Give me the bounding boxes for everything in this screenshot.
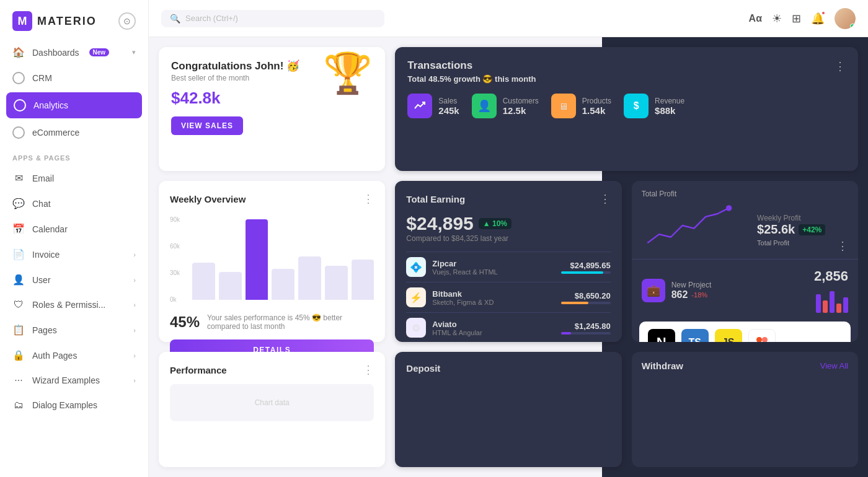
aviato-type: HTML & Angular [432, 329, 482, 336]
sidebar-item-email[interactable]: ✉ Email [0, 165, 148, 191]
sidebar-badge-new: New [89, 48, 110, 56]
zipcar-type: Vuejs, React & HTML [432, 268, 497, 276]
chart-y-60k: 60k [170, 243, 180, 250]
weekly-menu-icon[interactable]: ⋮ [363, 192, 374, 206]
earning-item-zipcar: 💠 Zipcar Vuejs, React & HTML $24,895.65 [406, 252, 610, 282]
metric-revenue: $ Revenue $88k [624, 94, 684, 118]
withdraw-view-all[interactable]: View All [820, 361, 848, 370]
lock-icon: 🔒 [12, 349, 25, 361]
np-bar-2 [823, 300, 828, 313]
profit-amount: $25.6k [757, 222, 795, 237]
transactions-title: Transactions [407, 59, 536, 72]
header-icons: Aα ☀ ⊞ 🔔 [749, 8, 856, 29]
shield-icon: 🛡 [12, 299, 25, 310]
sidebar-label-dashboards: Dashboards [32, 48, 79, 58]
typescript-logo: TS [681, 329, 709, 342]
sidebar-label-crm: CRM [32, 73, 52, 83]
metric-customers: 👤 Customers 12.5k [472, 94, 539, 118]
chart-y-30k: 30k [170, 269, 180, 276]
sidebar-item-analytics[interactable]: Analytics [6, 92, 142, 118]
products-icon: 🖥 [551, 94, 576, 118]
sidebar-item-user[interactable]: 👤 User › [0, 267, 148, 292]
view-sales-button[interactable]: VIEW SALES [171, 116, 243, 135]
new-project-bars [814, 288, 848, 313]
card-congratulations: Congratulations John! 🥳 Best seller of t… [159, 47, 385, 171]
transactions-more-icon[interactable]: ⋮ [835, 59, 846, 73]
weekly-title: Weekly Overview [170, 194, 246, 204]
transactions-period: this month [495, 74, 536, 84]
weekly-chart: 90k 60k 30k 0k [170, 213, 374, 306]
bitbank-name: Bitbank [432, 289, 494, 299]
new-project-label: New Project [671, 281, 808, 289]
sidebar-toggle-icon[interactable]: ⊙ [118, 12, 136, 30]
performance-menu-icon[interactable]: ⋮ [363, 363, 374, 377]
sales-icon [407, 94, 432, 118]
sidebar-label-calendar: Calendar [32, 224, 68, 234]
profit-more-icon[interactable]: ⋮ [837, 239, 848, 253]
weekly-header: Weekly Overview ⋮ [170, 192, 374, 206]
np-bar-1 [816, 294, 821, 313]
earning-menu-icon[interactable]: ⋮ [600, 192, 611, 206]
sidebar-item-auth[interactable]: 🔒 Auth Pages › [0, 343, 148, 368]
sidebar-item-chat[interactable]: 💬 Chat [0, 191, 148, 216]
bell-icon[interactable]: 🔔 [811, 12, 825, 25]
search-icon: 🔍 [170, 14, 180, 24]
grid-icon[interactable]: ⊞ [792, 12, 801, 25]
new-project-value-row: 862 -18% [671, 289, 808, 300]
circle-icon-crm [12, 72, 25, 84]
sidebar-label-roles: Roles & Permissi... [32, 300, 105, 310]
sidebar-item-dialog[interactable]: 🗂 Dialog Examples [0, 393, 148, 418]
earning-growth-badge: ▲ 10% [479, 218, 512, 229]
sidebar-item-wizard[interactable]: ··· Wizard Examples › [0, 368, 148, 393]
sidebar-item-calendar[interactable]: 📅 Calendar [0, 216, 148, 242]
profit-value: $25.6k +42% [757, 222, 848, 237]
aviato-amount: $1,245.80 [561, 322, 611, 331]
np-bar-4 [836, 304, 841, 313]
earning-item-aviato: ⚙ Aviato HTML & Angular $1,245.80 [406, 312, 610, 343]
card-transactions: Transactions Total 48.5% growth 😎 this m… [395, 47, 858, 171]
sidebar-item-dashboards[interactable]: 🏠 Dashboards New ▾ [0, 40, 148, 65]
profit-badge: +42% [799, 224, 825, 235]
bitbank-logo: ⚡ [406, 287, 426, 307]
card-weekly: Weekly Overview ⋮ 90k 60k 30k 0k [159, 181, 385, 342]
svg-point-0 [726, 205, 732, 211]
aviato-progress [561, 332, 611, 335]
zipcar-amount: $24,895.65 [561, 261, 611, 270]
chevron-down-icon: ▾ [132, 48, 136, 56]
profit-icons-row: Total Profit ⋮ [757, 239, 848, 253]
bar-6 [325, 266, 348, 300]
sidebar-logo: M MATERIO ⊙ [0, 0, 148, 40]
weekly-percentage: 45% [170, 313, 200, 331]
sidebar-item-pages[interactable]: 📋 Pages › [0, 317, 148, 343]
sidebar-item-roles[interactable]: 🛡 Roles & Permissi... › [0, 292, 148, 317]
new-project-info: New Project 862 -18% [671, 281, 808, 300]
search-bar[interactable]: 🔍 Search (Ctrl+/) [161, 10, 384, 27]
products-value: 1.54k [582, 105, 611, 116]
sidebar-item-invoice[interactable]: 📄 Invoice › [0, 242, 148, 267]
earning-amount: $24,895 ▲ 10% [406, 213, 610, 234]
sidebar-label-ecommerce: eCommerce [32, 128, 79, 138]
main-area: 🔍 Search (Ctrl+/) Aα ☀ ⊞ 🔔 Congratulatio… [149, 0, 868, 477]
logo-icon: M [12, 11, 32, 31]
sales-value: 245k [438, 105, 459, 116]
translate-icon[interactable]: Aα [749, 13, 762, 24]
performance-header: Performance ⋮ [170, 363, 374, 377]
transactions-metrics: Sales 245k 👤 Customers 12.5k 🖥 Products [407, 94, 846, 118]
avatar[interactable] [835, 8, 856, 29]
logo-text: MATERIO [37, 15, 97, 28]
earning-item-bitbank: ⚡ Bitbank Sketch, Figma & XD $8,650.20 [406, 282, 610, 312]
profit-total-label: Total Profit [757, 239, 789, 253]
sidebar-item-crm[interactable]: CRM [0, 65, 148, 91]
transactions-subtitle: Total 48.5% growth 😎 this month [407, 74, 536, 84]
sidebar-item-ecommerce[interactable]: eCommerce [0, 120, 148, 146]
zipcar-name: Zipcar [432, 259, 497, 268]
earning-title: Total Earning [406, 194, 465, 204]
chart-y-90k: 90k [170, 216, 180, 223]
sidebar: M MATERIO ⊙ 🏠 Dashboards New ▾ CRM Analy… [0, 0, 149, 477]
np-bar-5 [843, 297, 848, 313]
revenue-value: $88k [655, 105, 684, 116]
pages-icon: 📋 [12, 324, 25, 336]
brightness-icon[interactable]: ☀ [772, 12, 782, 25]
chat-icon: 💬 [12, 198, 25, 209]
aviato-name: Aviato [432, 320, 482, 329]
